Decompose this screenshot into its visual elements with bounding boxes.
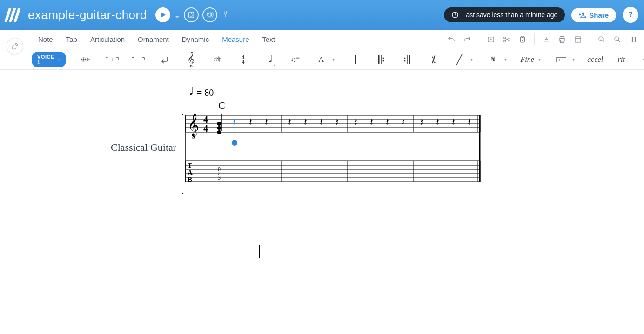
rit-button[interactable]: rit <box>616 53 627 66</box>
measure-toolbar: VOICE 1 ▾ ⌜+⌝ ⌜−⌝ 𝄞 ♯♯♯ 44 𝅘𝅥♪ ♫⁼ A ▾ ⁒ … <box>0 49 644 70</box>
selection-handle-icon[interactable] <box>232 140 237 146</box>
simile-button[interactable]: ⁒ <box>428 53 439 66</box>
layout-icon[interactable] <box>574 35 582 44</box>
timesig-den: 4 <box>203 123 208 134</box>
delete-button[interactable] <box>642 53 644 66</box>
save-status-text: Last save less than a minute ago <box>463 11 558 19</box>
tab-tab[interactable]: Tab <box>60 30 84 49</box>
repeat-end-button[interactable] <box>402 53 413 66</box>
separator <box>479 34 479 45</box>
document-title[interactable]: example-guitar-chord <box>28 8 147 22</box>
app-logo[interactable] <box>6 7 21 23</box>
svg-point-20 <box>404 57 406 59</box>
svg-text:1.: 1. <box>558 58 561 62</box>
help-button[interactable]: ? <box>623 7 638 23</box>
tab-text[interactable]: Text <box>256 30 282 49</box>
svg-point-2 <box>582 13 584 15</box>
separator <box>534 34 535 45</box>
top-bar: example-guitar-chord ⌄ Last save less th… <box>0 0 644 30</box>
share-button[interactable]: Share <box>571 8 616 22</box>
score-system[interactable]: 𝅘𝅥 = 80 C <box>182 87 517 207</box>
share-label: Share <box>589 11 609 19</box>
tempo-text[interactable]: = 80 <box>197 87 214 98</box>
chord-c-major[interactable]: 𝄽 <box>217 114 237 146</box>
tab-note[interactable]: Note <box>32 30 60 49</box>
chevron-down-icon[interactable]: ▾ <box>538 57 541 62</box>
separator <box>590 34 590 45</box>
chevron-down-icon[interactable]: ▾ <box>572 57 575 62</box>
segno-button[interactable]: 𝄋 <box>488 53 499 66</box>
volta-button[interactable]: 1. <box>556 53 567 66</box>
chevron-down-icon[interactable]: ▾ <box>504 57 507 62</box>
tab-staff[interactable]: T A B 0 2 3 <box>186 161 480 183</box>
tab-clef-a: A <box>188 169 193 176</box>
svg-point-39 <box>217 130 221 134</box>
voice-selector[interactable]: VOICE 1 ▾ <box>32 52 66 67</box>
chord-symbol[interactable]: C <box>218 100 225 111</box>
print-icon[interactable] <box>558 35 566 44</box>
person-add-icon <box>579 11 586 19</box>
paste-icon[interactable] <box>518 35 527 44</box>
playback-cursor <box>259 245 260 258</box>
tuning-button[interactable] <box>221 10 229 20</box>
zoom-out-icon[interactable] <box>613 35 622 44</box>
key-signature-button[interactable]: ♯♯♯ <box>211 53 222 66</box>
svg-rect-11 <box>575 37 581 42</box>
global-tools <box>447 30 637 49</box>
clef-button[interactable]: 𝄞 <box>185 53 196 66</box>
accel-button[interactable]: accel <box>590 53 601 66</box>
tempo-picker-button[interactable] <box>184 7 199 22</box>
metronome-icon <box>187 11 195 19</box>
tab-clef-b: B <box>188 176 192 183</box>
fine-button[interactable]: Fine <box>522 53 533 66</box>
add-measure-icon[interactable] <box>487 35 495 44</box>
time-signature-button[interactable]: 44 <box>237 53 248 66</box>
clock-icon <box>451 11 459 19</box>
tab-measure[interactable]: Measure <box>215 30 255 49</box>
remove-bracket-button[interactable]: ⌜−⌝ <box>133 53 144 66</box>
tab-ornament[interactable]: Ornament <box>131 30 175 49</box>
scissors-icon[interactable] <box>503 35 511 44</box>
svg-point-18 <box>383 57 384 59</box>
volume-button[interactable] <box>202 7 217 22</box>
redo-icon[interactable] <box>463 35 471 44</box>
tab-clef-t: T <box>188 162 192 169</box>
play-options-caret[interactable]: ⌄ <box>174 11 180 20</box>
svg-point-21 <box>404 60 406 61</box>
barline-normal-button[interactable] <box>349 53 361 66</box>
voice-label: VOICE 1 <box>37 54 54 65</box>
clef-octave: 8 <box>192 134 195 140</box>
slash-button[interactable]: ╱ <box>454 53 465 66</box>
zoom-in-icon[interactable] <box>597 35 606 44</box>
svg-rect-8 <box>560 36 564 39</box>
rehearsal-letter: A <box>316 55 326 64</box>
system-break-button[interactable] <box>159 53 170 66</box>
system-bracket <box>182 114 183 194</box>
pickup-button[interactable]: 𝅘𝅥♪ <box>263 53 275 66</box>
standard-staff[interactable]: 𝄞 8 4 4 𝄽 <box>186 114 480 146</box>
part-name: Classical Guitar <box>111 141 176 154</box>
tab-articulation[interactable]: Articulation <box>84 30 131 49</box>
chevron-down-icon[interactable]: ▾ <box>470 57 473 62</box>
chevron-down-icon[interactable]: ▾ <box>332 57 335 62</box>
tempo-note-icon: 𝅘𝅥 <box>189 87 193 95</box>
document-area: Classical Guitar 𝅘𝅥 = 80 C <box>0 70 644 334</box>
add-bracket-button[interactable]: ⌜+⌝ <box>107 53 118 66</box>
svg-point-19 <box>383 60 384 61</box>
play-button[interactable] <box>155 7 170 22</box>
rehearsal-mark-button[interactable]: A <box>315 53 327 66</box>
svg-point-37 <box>217 122 221 126</box>
playback-controls: ⌄ <box>155 7 229 22</box>
play-icon <box>161 12 166 18</box>
svg-point-38 <box>217 126 221 130</box>
insert-before-button[interactable] <box>81 53 92 66</box>
tab-fret[interactable]: 3 <box>218 174 221 181</box>
bars-icon[interactable] <box>629 35 637 44</box>
volume-icon <box>206 11 214 19</box>
undo-icon[interactable] <box>447 35 456 44</box>
score-page[interactable]: Classical Guitar 𝅘𝅥 = 80 C <box>91 70 553 334</box>
tab-dynamic[interactable]: Dynamic <box>175 30 215 49</box>
download-icon[interactable] <box>542 35 550 44</box>
swing-button[interactable]: ♫⁼ <box>289 53 301 66</box>
repeat-start-button[interactable] <box>376 53 387 66</box>
